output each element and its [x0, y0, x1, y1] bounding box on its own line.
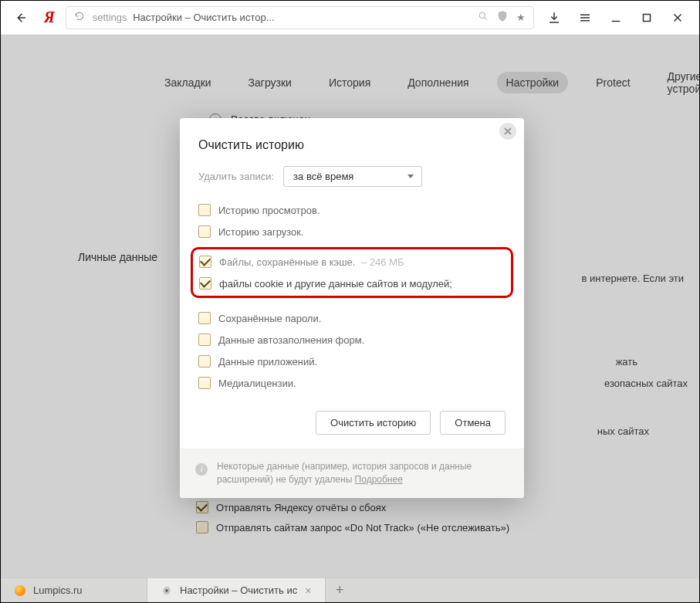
- section-personal-data: Личные данные: [78, 251, 157, 263]
- checkbox-media-licenses-label: Медиалицензии.: [218, 378, 296, 389]
- checkbox-cookies[interactable]: [199, 277, 211, 290]
- shield-icon[interactable]: [496, 10, 509, 25]
- window-maximize-button[interactable]: [633, 5, 661, 30]
- settings-tabstrip: Закладки Загрузки История Дополнения Нас…: [1, 66, 699, 100]
- tab-downloads[interactable]: Загрузки: [239, 72, 301, 93]
- bookmark-star-icon[interactable]: ★: [516, 12, 526, 23]
- checkbox-autofill-label: Данные автозаполнения форм.: [218, 334, 364, 346]
- bg-text-fragment: в интернете. Если эти: [581, 273, 684, 284]
- checkbox-do-not-track[interactable]: [196, 521, 208, 534]
- svg-rect-1: [644, 14, 651, 21]
- download-icon: [547, 11, 561, 25]
- new-tab-button[interactable]: +: [326, 578, 353, 602]
- menu-button[interactable]: [571, 5, 599, 30]
- page-body: Закладки Загрузки История Дополнения Нас…: [1, 35, 699, 578]
- bg-text-fragment: ных сайтах: [597, 425, 649, 437]
- close-icon: [671, 11, 685, 25]
- tab-bookmarks[interactable]: Закладки: [155, 72, 221, 93]
- footer-more-link[interactable]: Подробнее: [355, 474, 403, 485]
- address-text: settings Настройки – Очистить истор...: [93, 12, 470, 23]
- bg-text-fragment: жать: [616, 356, 637, 368]
- checkbox-media-licenses[interactable]: [198, 377, 211, 389]
- dialog-close-button[interactable]: [499, 123, 516, 140]
- close-icon: [504, 127, 512, 135]
- checkbox-appdata[interactable]: [198, 355, 211, 368]
- checkbox-browsing-history[interactable]: [198, 204, 211, 216]
- checkbox-browsing-history-label: Историю просмотров.: [218, 205, 320, 216]
- checkbox-download-history-label: Историю загрузок.: [218, 226, 304, 238]
- maximize-icon: [640, 11, 654, 25]
- tab-title: Lumpics.ru: [33, 584, 83, 596]
- address-bar[interactable]: settings Настройки – Очистить истор... ★: [66, 6, 534, 29]
- checkbox-crash-reports[interactable]: [196, 501, 208, 513]
- checkbox-do-not-track-label: Отправлять сайтам запрос «Do Not Track» …: [216, 522, 509, 534]
- checkbox-passwords-label: Сохранённые пароли.: [218, 313, 321, 324]
- cancel-button[interactable]: Отмена: [440, 411, 506, 435]
- tab-other-devices[interactable]: Другие устройства: [658, 66, 700, 100]
- clear-history-button[interactable]: Очистить историю: [316, 411, 431, 435]
- tab-protect[interactable]: Protect: [587, 72, 639, 93]
- arrow-left-icon: [14, 11, 28, 25]
- window-tab-lumpics[interactable]: Lumpics.ru: [1, 578, 147, 602]
- browser-toolbar: Я settings Настройки – Очистить истор...…: [1, 1, 699, 35]
- window-tab-settings[interactable]: Настройки – Очистить ис ×: [147, 578, 326, 602]
- checkbox-cache[interactable]: [199, 256, 211, 268]
- tab-history[interactable]: История: [320, 72, 380, 93]
- tab-title: Настройки – Очистить ис: [180, 584, 297, 596]
- checkbox-autofill[interactable]: [198, 334, 211, 346]
- hamburger-icon: [578, 11, 592, 25]
- checkbox-cache-label: Файлы, сохранённые в кэше. – 246 МБ: [219, 256, 404, 268]
- window-minimize-button[interactable]: [602, 5, 630, 30]
- svg-point-0: [479, 12, 485, 18]
- annotation-highlight: Файлы, сохранённые в кэше. – 246 МБ файл…: [191, 247, 513, 298]
- reload-icon[interactable]: [74, 11, 85, 24]
- dialog-title: Очистить историю: [198, 138, 506, 152]
- clear-history-dialog: Очистить историю Удалить записи: за всё …: [180, 118, 524, 498]
- checkbox-download-history[interactable]: [198, 225, 211, 238]
- range-label: Удалить записи:: [198, 171, 274, 182]
- minimize-icon: [609, 11, 623, 25]
- footer-text: Некоторые данные (например, история запр…: [217, 461, 472, 485]
- tab-close-button[interactable]: ×: [305, 584, 311, 597]
- info-icon: i: [195, 463, 208, 476]
- favicon-lumpics-icon: [15, 585, 25, 596]
- yandex-logo[interactable]: Я: [39, 8, 59, 26]
- window-close-button[interactable]: [664, 5, 692, 30]
- checkbox-appdata-label: Данные приложений.: [218, 356, 317, 368]
- search-icon[interactable]: [478, 11, 489, 24]
- tab-addons[interactable]: Дополнения: [398, 72, 478, 93]
- checkbox-cookies-label: файлы cookie и другие данные сайтов и мо…: [219, 278, 452, 290]
- checkbox-passwords[interactable]: [198, 312, 211, 324]
- back-button[interactable]: [8, 5, 33, 30]
- bg-text-fragment: езопасных сайтах: [604, 378, 688, 389]
- downloads-button[interactable]: [540, 5, 568, 30]
- time-range-select[interactable]: за всё время: [283, 166, 422, 187]
- tab-settings[interactable]: Настройки: [497, 72, 569, 93]
- dialog-footer-note: i Некоторые данные (например, история за…: [180, 449, 524, 498]
- window-tab-bar: Lumpics.ru Настройки – Очистить ис × +: [1, 578, 699, 602]
- gear-icon: [161, 585, 172, 596]
- checkbox-crash-reports-label: Отправлять Яндексу отчёты о сбоях: [216, 502, 386, 513]
